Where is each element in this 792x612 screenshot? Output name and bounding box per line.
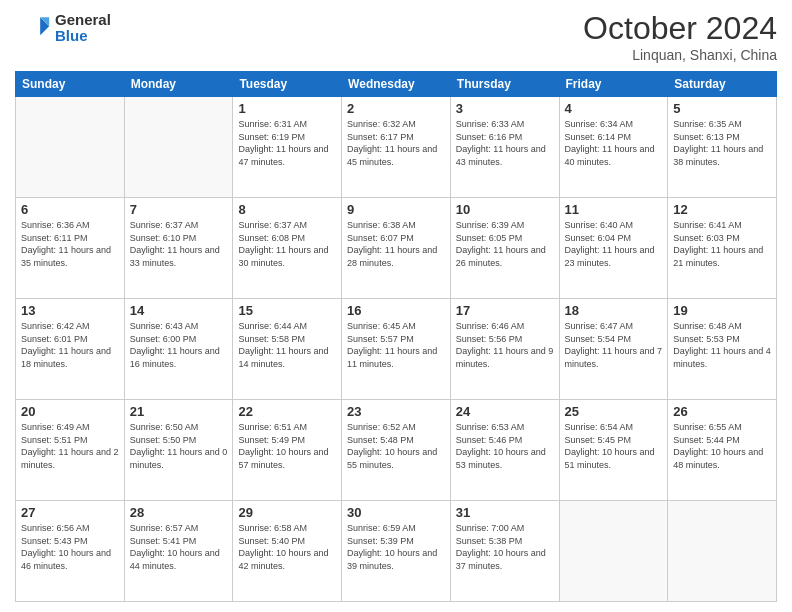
table-row: 22Sunrise: 6:51 AM Sunset: 5:49 PM Dayli… <box>233 400 342 501</box>
table-row: 8Sunrise: 6:37 AM Sunset: 6:08 PM Daylig… <box>233 198 342 299</box>
day-info: Sunrise: 6:47 AM Sunset: 5:54 PM Dayligh… <box>565 320 663 370</box>
day-info: Sunrise: 6:45 AM Sunset: 5:57 PM Dayligh… <box>347 320 445 370</box>
table-row <box>559 501 668 602</box>
table-row: 2Sunrise: 6:32 AM Sunset: 6:17 PM Daylig… <box>342 97 451 198</box>
table-row: 23Sunrise: 6:52 AM Sunset: 5:48 PM Dayli… <box>342 400 451 501</box>
header: General Blue October 2024 Linquan, Shanx… <box>15 10 777 63</box>
day-info: Sunrise: 6:38 AM Sunset: 6:07 PM Dayligh… <box>347 219 445 269</box>
day-number: 14 <box>130 303 228 318</box>
day-number: 23 <box>347 404 445 419</box>
table-row <box>16 97 125 198</box>
day-number: 2 <box>347 101 445 116</box>
title-section: October 2024 Linquan, Shanxi, China <box>583 10 777 63</box>
day-number: 22 <box>238 404 336 419</box>
day-number: 11 <box>565 202 663 217</box>
day-info: Sunrise: 6:37 AM Sunset: 6:08 PM Dayligh… <box>238 219 336 269</box>
logo-blue-text: Blue <box>55 28 111 45</box>
day-info: Sunrise: 6:36 AM Sunset: 6:11 PM Dayligh… <box>21 219 119 269</box>
day-info: Sunrise: 6:41 AM Sunset: 6:03 PM Dayligh… <box>673 219 771 269</box>
table-row: 29Sunrise: 6:58 AM Sunset: 5:40 PM Dayli… <box>233 501 342 602</box>
day-number: 20 <box>21 404 119 419</box>
col-thursday: Thursday <box>450 72 559 97</box>
day-number: 9 <box>347 202 445 217</box>
day-info: Sunrise: 6:31 AM Sunset: 6:19 PM Dayligh… <box>238 118 336 168</box>
day-info: Sunrise: 6:56 AM Sunset: 5:43 PM Dayligh… <box>21 522 119 572</box>
day-number: 12 <box>673 202 771 217</box>
day-info: Sunrise: 6:34 AM Sunset: 6:14 PM Dayligh… <box>565 118 663 168</box>
page: General Blue October 2024 Linquan, Shanx… <box>0 0 792 612</box>
day-info: Sunrise: 6:53 AM Sunset: 5:46 PM Dayligh… <box>456 421 554 471</box>
day-info: Sunrise: 6:51 AM Sunset: 5:49 PM Dayligh… <box>238 421 336 471</box>
day-number: 30 <box>347 505 445 520</box>
table-row: 19Sunrise: 6:48 AM Sunset: 5:53 PM Dayli… <box>668 299 777 400</box>
table-row: 5Sunrise: 6:35 AM Sunset: 6:13 PM Daylig… <box>668 97 777 198</box>
day-number: 4 <box>565 101 663 116</box>
calendar-week-row: 13Sunrise: 6:42 AM Sunset: 6:01 PM Dayli… <box>16 299 777 400</box>
day-number: 5 <box>673 101 771 116</box>
calendar-week-row: 20Sunrise: 6:49 AM Sunset: 5:51 PM Dayli… <box>16 400 777 501</box>
table-row: 12Sunrise: 6:41 AM Sunset: 6:03 PM Dayli… <box>668 198 777 299</box>
table-row: 20Sunrise: 6:49 AM Sunset: 5:51 PM Dayli… <box>16 400 125 501</box>
day-number: 3 <box>456 101 554 116</box>
table-row: 31Sunrise: 7:00 AM Sunset: 5:38 PM Dayli… <box>450 501 559 602</box>
col-monday: Monday <box>124 72 233 97</box>
col-sunday: Sunday <box>16 72 125 97</box>
col-wednesday: Wednesday <box>342 72 451 97</box>
day-number: 24 <box>456 404 554 419</box>
table-row: 28Sunrise: 6:57 AM Sunset: 5:41 PM Dayli… <box>124 501 233 602</box>
day-number: 18 <box>565 303 663 318</box>
table-row: 27Sunrise: 6:56 AM Sunset: 5:43 PM Dayli… <box>16 501 125 602</box>
table-row: 3Sunrise: 6:33 AM Sunset: 6:16 PM Daylig… <box>450 97 559 198</box>
table-row: 14Sunrise: 6:43 AM Sunset: 6:00 PM Dayli… <box>124 299 233 400</box>
table-row: 1Sunrise: 6:31 AM Sunset: 6:19 PM Daylig… <box>233 97 342 198</box>
table-row <box>124 97 233 198</box>
day-number: 21 <box>130 404 228 419</box>
day-info: Sunrise: 6:37 AM Sunset: 6:10 PM Dayligh… <box>130 219 228 269</box>
table-row: 15Sunrise: 6:44 AM Sunset: 5:58 PM Dayli… <box>233 299 342 400</box>
day-info: Sunrise: 6:58 AM Sunset: 5:40 PM Dayligh… <box>238 522 336 572</box>
calendar-week-row: 6Sunrise: 6:36 AM Sunset: 6:11 PM Daylig… <box>16 198 777 299</box>
table-row: 21Sunrise: 6:50 AM Sunset: 5:50 PM Dayli… <box>124 400 233 501</box>
day-info: Sunrise: 6:35 AM Sunset: 6:13 PM Dayligh… <box>673 118 771 168</box>
table-row: 25Sunrise: 6:54 AM Sunset: 5:45 PM Dayli… <box>559 400 668 501</box>
logo-text: General Blue <box>55 12 111 45</box>
day-number: 19 <box>673 303 771 318</box>
day-number: 7 <box>130 202 228 217</box>
day-number: 28 <box>130 505 228 520</box>
calendar-week-row: 1Sunrise: 6:31 AM Sunset: 6:19 PM Daylig… <box>16 97 777 198</box>
day-number: 8 <box>238 202 336 217</box>
col-friday: Friday <box>559 72 668 97</box>
location-title: Linquan, Shanxi, China <box>583 47 777 63</box>
table-row: 4Sunrise: 6:34 AM Sunset: 6:14 PM Daylig… <box>559 97 668 198</box>
calendar-week-row: 27Sunrise: 6:56 AM Sunset: 5:43 PM Dayli… <box>16 501 777 602</box>
calendar-table: Sunday Monday Tuesday Wednesday Thursday… <box>15 71 777 602</box>
day-info: Sunrise: 6:39 AM Sunset: 6:05 PM Dayligh… <box>456 219 554 269</box>
day-number: 31 <box>456 505 554 520</box>
day-number: 17 <box>456 303 554 318</box>
day-info: Sunrise: 6:32 AM Sunset: 6:17 PM Dayligh… <box>347 118 445 168</box>
day-number: 16 <box>347 303 445 318</box>
day-number: 1 <box>238 101 336 116</box>
table-row: 26Sunrise: 6:55 AM Sunset: 5:44 PM Dayli… <box>668 400 777 501</box>
day-number: 10 <box>456 202 554 217</box>
logo-icon <box>15 10 51 46</box>
day-info: Sunrise: 6:48 AM Sunset: 5:53 PM Dayligh… <box>673 320 771 370</box>
day-info: Sunrise: 6:42 AM Sunset: 6:01 PM Dayligh… <box>21 320 119 370</box>
day-info: Sunrise: 6:46 AM Sunset: 5:56 PM Dayligh… <box>456 320 554 370</box>
table-row: 7Sunrise: 6:37 AM Sunset: 6:10 PM Daylig… <box>124 198 233 299</box>
table-row <box>668 501 777 602</box>
month-title: October 2024 <box>583 10 777 47</box>
day-info: Sunrise: 6:57 AM Sunset: 5:41 PM Dayligh… <box>130 522 228 572</box>
table-row: 16Sunrise: 6:45 AM Sunset: 5:57 PM Dayli… <box>342 299 451 400</box>
day-info: Sunrise: 6:52 AM Sunset: 5:48 PM Dayligh… <box>347 421 445 471</box>
table-row: 24Sunrise: 6:53 AM Sunset: 5:46 PM Dayli… <box>450 400 559 501</box>
logo-general-text: General <box>55 12 111 29</box>
day-number: 13 <box>21 303 119 318</box>
day-info: Sunrise: 6:50 AM Sunset: 5:50 PM Dayligh… <box>130 421 228 471</box>
day-info: Sunrise: 6:40 AM Sunset: 6:04 PM Dayligh… <box>565 219 663 269</box>
day-number: 29 <box>238 505 336 520</box>
table-row: 17Sunrise: 6:46 AM Sunset: 5:56 PM Dayli… <box>450 299 559 400</box>
col-tuesday: Tuesday <box>233 72 342 97</box>
day-number: 25 <box>565 404 663 419</box>
day-info: Sunrise: 6:43 AM Sunset: 6:00 PM Dayligh… <box>130 320 228 370</box>
